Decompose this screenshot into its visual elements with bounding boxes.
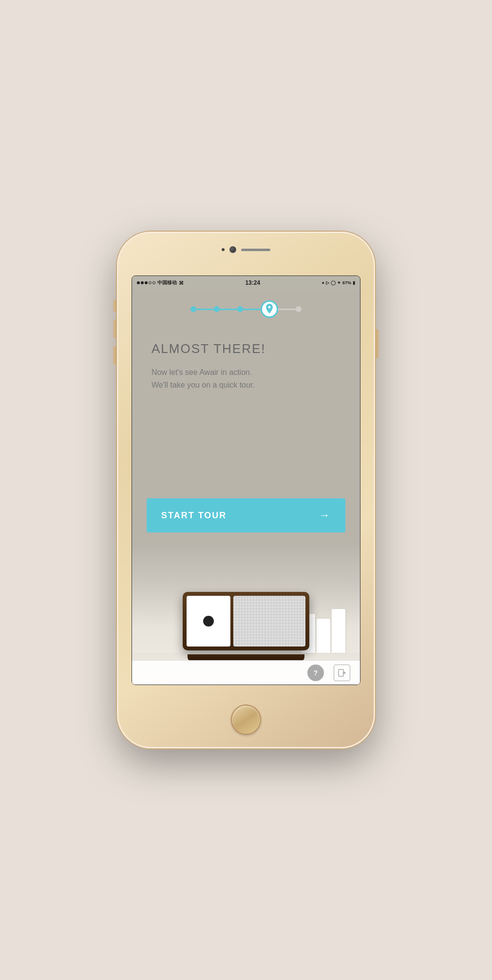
start-tour-label: START TOUR (161, 510, 227, 521)
camera-area (222, 246, 270, 253)
device-frame (183, 592, 309, 650)
progress-step-5 (296, 306, 302, 312)
status-left: 中国移动 ⌘ (137, 279, 184, 286)
phone-screen: 中国移动 ⌘ 13:24 ● ▷ ◯ ✦ 67% ▮ (132, 275, 360, 685)
bluetooth-icon: ✦ (337, 280, 341, 285)
signal-dot-2 (141, 281, 144, 284)
battery-icon: ▮ (353, 280, 355, 285)
device-image-area: ? (132, 542, 360, 685)
speaker-grille (241, 249, 270, 251)
help-button[interactable]: ? (307, 665, 324, 681)
camera-lens (229, 246, 236, 253)
location-icon: ▷ (326, 280, 329, 285)
progress-line-2 (220, 309, 237, 310)
book-2 (317, 619, 330, 653)
carrier-label: 中国移动 (157, 279, 177, 286)
device-sensor-dot (203, 616, 214, 627)
signal-dot-4 (149, 281, 151, 284)
start-tour-button[interactable]: START TOUR → (147, 498, 345, 532)
progress-step-1 (190, 306, 196, 312)
status-bar: 中国移动 ⌘ 13:24 ● ▷ ◯ ✦ 67% ▮ (132, 276, 360, 290)
phone-mockup: 中国移动 ⌘ 13:24 ● ▷ ◯ ✦ 67% ▮ (117, 232, 375, 748)
home-button[interactable] (231, 705, 261, 735)
subtext-line1: Now let's see Awair in action. (151, 368, 252, 376)
exit-icon (338, 669, 346, 677)
subtext-line2: We'll take you on a quick tour. (151, 381, 255, 389)
progress-step-2 (214, 306, 220, 312)
silent-switch (113, 300, 117, 312)
battery-level: 67% (342, 280, 351, 285)
progress-step-3 (237, 306, 243, 312)
exit-button[interactable] (334, 665, 350, 681)
lock-icon: ● (322, 280, 324, 285)
alarm-icon: ◯ (331, 280, 336, 285)
volume-down-button (113, 346, 117, 365)
main-text-area: ALMOST THERE! Now let's see Awair in act… (132, 327, 360, 493)
book-3 (332, 609, 345, 653)
status-right: ● ▷ ◯ ✦ 67% ▮ (322, 280, 355, 285)
progress-line-4 (278, 309, 296, 310)
wifi-icon: ⌘ (179, 280, 184, 286)
arrow-right-icon: → (319, 509, 331, 522)
help-icon: ? (314, 669, 318, 677)
progress-line-1 (196, 309, 214, 310)
device-left-panel (187, 596, 230, 647)
sensor (222, 248, 225, 251)
progress-step-4-active (261, 300, 278, 318)
signal-strength (137, 281, 155, 284)
signal-dot-3 (145, 281, 148, 284)
progress-bar (132, 290, 360, 327)
signal-dot-1 (137, 281, 140, 284)
power-button (375, 329, 379, 358)
awair-device (183, 592, 309, 655)
subtext: Now let's see Awair in action. We'll tak… (151, 366, 341, 391)
progress-line-3 (243, 309, 261, 310)
clock: 13:24 (245, 279, 260, 286)
volume-up-button (113, 319, 117, 338)
device-speaker-grille (233, 596, 305, 647)
bottom-toolbar: ? (132, 660, 360, 685)
app-content: ALMOST THERE! Now let's see Awair in act… (132, 290, 360, 685)
signal-dot-5 (152, 281, 155, 284)
location-pin-icon (265, 304, 273, 315)
headline: ALMOST THERE! (151, 341, 341, 356)
